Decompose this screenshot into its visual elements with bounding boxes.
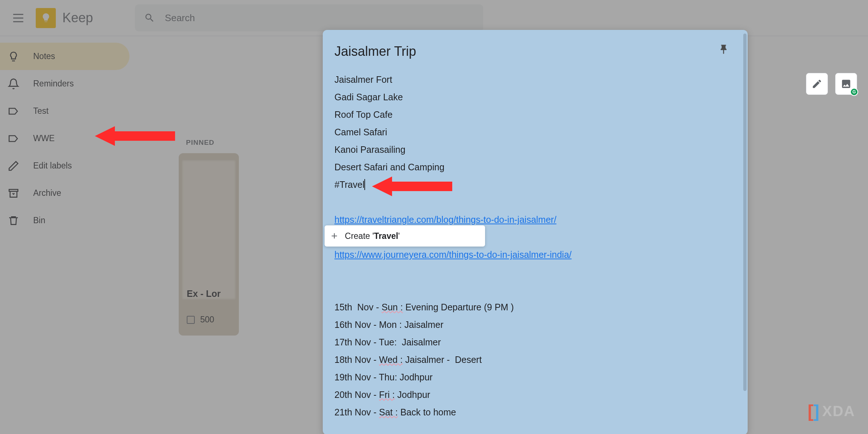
annotation-arrow <box>372 174 456 201</box>
note-line: Jaisalmer Fort <box>334 71 736 88</box>
schedule-line: 15th Nov - Sun : Evening Departure (9 PM… <box>334 298 736 316</box>
image-icon <box>841 78 852 89</box>
schedule-line: 17th Nov - Tue: Jaisalmer <box>334 333 736 351</box>
note-line: Kanoi Parasailing <box>334 141 736 158</box>
scrollbar[interactable] <box>743 34 747 391</box>
xda-watermark: [] XDA <box>808 401 855 421</box>
pin-button[interactable] <box>718 44 729 57</box>
note-link[interactable]: https://www.journeyera.com/things-to-do-… <box>334 249 571 260</box>
annotation-arrow <box>95 123 179 150</box>
create-label-text: Create 'Travel' <box>345 231 400 241</box>
pin-icon <box>718 44 729 55</box>
svg-marker-1 <box>95 126 175 146</box>
note-line: Camel Safari <box>334 123 736 141</box>
edit-button[interactable] <box>806 73 828 95</box>
schedule-line: 18th Nov - Wed : Jaisalmer - Desert <box>334 351 736 368</box>
schedule-line: 21th Nov - Sat : Back to home <box>334 403 736 421</box>
plus-icon: + <box>331 230 338 242</box>
note-blank <box>334 281 736 298</box>
schedule-line: 19th Nov - Thu: Jodhpur <box>334 368 736 386</box>
note-link[interactable]: https://traveltriangle.com/blog/things-t… <box>334 214 557 225</box>
note-blank <box>334 263 736 281</box>
create-label-suggestion[interactable]: + Create 'Travel' <box>325 225 485 247</box>
note-line: Desert Safari and Camping <box>334 158 736 176</box>
schedule-line: 20th Nov - Fri : Jodhpur <box>334 386 736 403</box>
note-line: Gadi Sagar Lake <box>334 88 736 106</box>
grammarly-badge-icon: G <box>850 88 858 96</box>
image-button[interactable]: G <box>835 73 857 95</box>
note-editor-modal: Jaisalmer Trip Jaisalmer Fort Gadi Sagar… <box>323 30 748 434</box>
note-title[interactable]: Jaisalmer Trip <box>334 44 416 59</box>
note-line: Roof Top Cafe <box>334 106 736 123</box>
pencil-icon <box>811 78 822 89</box>
svg-marker-2 <box>372 177 452 196</box>
schedule-line: 16th Nov - Mon : Jaisalmer <box>334 316 736 333</box>
